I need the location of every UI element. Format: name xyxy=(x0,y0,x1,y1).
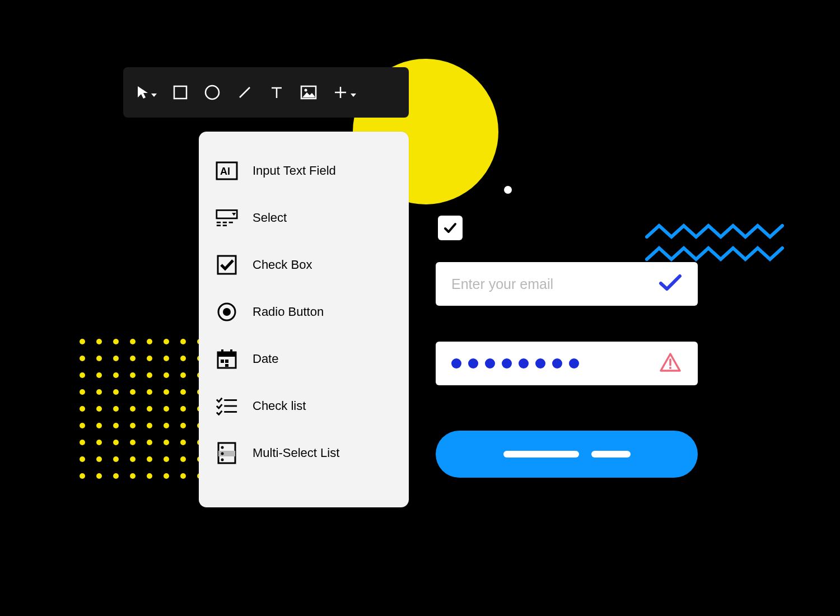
submit-button[interactable] xyxy=(436,431,698,478)
text-icon xyxy=(269,85,284,100)
svg-rect-0 xyxy=(174,86,186,99)
menu-item-checkbox[interactable]: Check Box xyxy=(216,241,392,288)
svg-rect-22 xyxy=(225,364,228,367)
date-icon xyxy=(216,348,238,370)
check-icon xyxy=(442,220,458,236)
menu-item-text-field[interactable]: AI Input Text Field xyxy=(216,154,392,194)
checkbox-icon xyxy=(216,254,238,276)
circle-icon xyxy=(204,84,221,101)
svg-rect-21 xyxy=(225,360,228,363)
menu-item-label: Input Text Field xyxy=(253,164,336,178)
menu-item-label: Multi-Select List xyxy=(253,446,339,460)
button-label-placeholder xyxy=(503,451,579,458)
menu-item-radio[interactable]: Radio Button xyxy=(216,288,392,335)
svg-point-1 xyxy=(206,86,219,99)
svg-point-32 xyxy=(669,367,671,369)
svg-rect-18 xyxy=(221,349,223,354)
menu-item-checklist[interactable]: Check list xyxy=(216,382,392,430)
line-icon xyxy=(236,84,253,101)
menu-item-multiselect[interactable]: Multi-Select List xyxy=(216,430,392,477)
rectangle-icon xyxy=(172,85,188,100)
warning-icon xyxy=(659,352,682,375)
decorative-white-dot xyxy=(504,186,512,194)
multiselect-icon xyxy=(216,442,238,464)
pointer-icon xyxy=(137,85,149,100)
add-tool[interactable] xyxy=(333,85,356,100)
menu-item-label: Date xyxy=(253,352,278,366)
svg-point-29 xyxy=(221,452,224,455)
menu-item-select[interactable]: Select xyxy=(216,194,392,241)
radio-icon xyxy=(216,301,238,323)
svg-line-2 xyxy=(240,87,250,97)
chevron-down-icon xyxy=(151,94,157,97)
svg-point-30 xyxy=(221,459,224,461)
pointer-tool[interactable] xyxy=(137,85,157,100)
svg-rect-19 xyxy=(230,349,232,354)
menu-item-label: Select xyxy=(253,211,287,225)
email-input[interactable]: Enter your email xyxy=(436,262,698,306)
button-label-placeholder xyxy=(591,451,631,458)
chevron-down-icon xyxy=(351,94,356,97)
svg-point-15 xyxy=(223,308,231,316)
image-icon xyxy=(300,85,317,100)
email-placeholder: Enter your email xyxy=(451,276,659,292)
text-tool[interactable] xyxy=(269,85,284,100)
standalone-checkbox[interactable] xyxy=(438,216,463,240)
checklist-icon xyxy=(216,395,238,417)
image-tool[interactable] xyxy=(300,85,317,100)
menu-item-label: Check list xyxy=(253,399,306,413)
svg-text:AI: AI xyxy=(220,166,230,177)
menu-item-label: Check Box xyxy=(253,258,312,272)
line-tool[interactable] xyxy=(236,84,253,101)
menu-item-date[interactable]: Date xyxy=(216,335,392,382)
plus-icon xyxy=(333,85,348,100)
password-mask xyxy=(451,358,659,368)
menu-item-label: Radio Button xyxy=(253,305,324,319)
circle-tool[interactable] xyxy=(204,84,221,101)
svg-rect-17 xyxy=(218,352,236,357)
svg-rect-13 xyxy=(218,256,236,274)
design-toolbar xyxy=(123,67,409,118)
component-type-menu: AI Input Text Field Select Check Box Rad… xyxy=(199,132,409,507)
check-icon xyxy=(659,273,682,295)
text-field-icon: AI xyxy=(216,160,238,182)
password-input[interactable] xyxy=(436,342,698,385)
rectangle-tool[interactable] xyxy=(172,85,188,100)
svg-point-28 xyxy=(221,446,224,449)
select-icon xyxy=(216,207,238,229)
svg-point-4 xyxy=(305,89,307,92)
svg-rect-20 xyxy=(221,360,224,363)
